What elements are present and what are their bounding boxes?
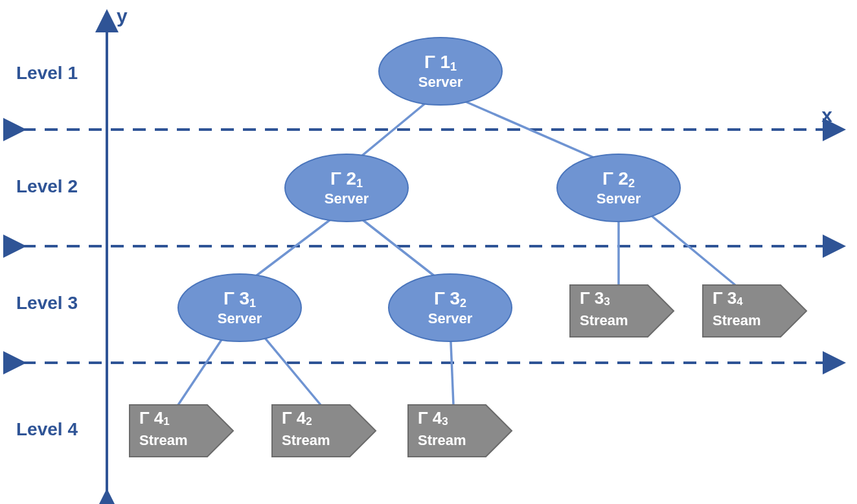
- svg-text:Server: Server: [418, 74, 463, 90]
- svg-text:Stream: Stream: [139, 432, 188, 448]
- x-axis-label: x: [821, 104, 832, 126]
- svg-text:Stream: Stream: [580, 312, 628, 328]
- node-n1_1: Γ 11 Server: [379, 38, 502, 105]
- node-n4_3: Γ 43 Stream: [408, 405, 512, 457]
- level-3-label: Level 3: [16, 293, 78, 313]
- node-n2_2: Γ 22 Server: [557, 154, 680, 222]
- level-4-label: Level 4: [16, 419, 78, 439]
- diagram-canvas: y x Level 1 Level 2 Level 3 Level 4 Γ 11…: [0, 0, 857, 504]
- y-axis-label: y: [117, 5, 128, 27]
- node-n3_4: Γ 34 Stream: [703, 285, 806, 337]
- edges-group: [178, 91, 735, 405]
- node-n4_1: Γ 41 Stream: [130, 405, 233, 457]
- svg-text:Server: Server: [218, 310, 262, 326]
- level-1-label: Level 1: [16, 63, 78, 83]
- node-n3_2: Γ 32 Server: [389, 274, 512, 341]
- node-n3_3: Γ 33 Stream: [570, 285, 674, 337]
- level-2-label: Level 2: [16, 176, 78, 196]
- svg-text:Stream: Stream: [418, 432, 466, 448]
- svg-text:Server: Server: [597, 190, 641, 207]
- svg-text:Stream: Stream: [713, 312, 761, 328]
- svg-text:Stream: Stream: [282, 432, 330, 448]
- node-n2_1: Γ 21 Server: [285, 154, 408, 222]
- node-n3_1: Γ 31 Server: [178, 274, 301, 341]
- svg-text:Server: Server: [428, 310, 473, 326]
- node-n4_2: Γ 42 Stream: [272, 405, 376, 457]
- edge-n2_2-n3_4: [641, 207, 735, 285]
- svg-text:Server: Server: [325, 190, 369, 207]
